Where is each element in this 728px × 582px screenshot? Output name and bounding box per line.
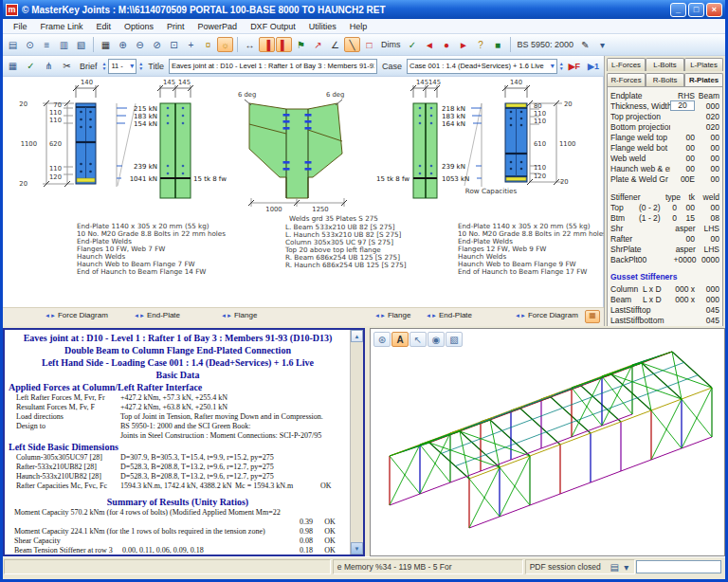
menu-utilities[interactable]: Utilities xyxy=(302,21,343,32)
brief-label[interactable]: Brief xyxy=(77,62,100,71)
check-icon[interactable]: ✓ xyxy=(23,59,39,74)
zoom-out-icon[interactable]: ⊖ xyxy=(132,37,148,52)
nav-prev-icon[interactable]: ◄ xyxy=(422,37,438,52)
annotate-icon[interactable]: A xyxy=(391,332,409,347)
right-end-plate-drawing xyxy=(502,85,562,185)
tab-r-forces[interactable]: R-Forces xyxy=(607,73,646,86)
design-code-label[interactable]: BS 5950: 2000 xyxy=(515,40,577,49)
svg-text:1250: 1250 xyxy=(312,206,328,213)
save-icon[interactable]: ▦ xyxy=(98,37,114,52)
joint-drawing-canvas[interactable]: 140 20 1100 20 70 110 110 620 110 120 xyxy=(3,77,604,307)
select-icon[interactable]: ╲ xyxy=(344,37,360,52)
pointer-icon[interactable]: ↖ xyxy=(410,332,427,347)
cut-icon[interactable]: ✂ xyxy=(59,59,75,74)
zoom-window-icon[interactable]: ⊡ xyxy=(166,37,182,52)
view-icon[interactable]: ◉ xyxy=(428,332,445,347)
summary-row: Flange Welds0.290.29OK xyxy=(9,555,347,556)
box-icon[interactable]: □ xyxy=(361,37,377,52)
next-fail-button[interactable]: ▶F xyxy=(566,62,583,71)
ok-box-icon[interactable]: ■ xyxy=(490,37,506,52)
tree-icon[interactable]: ⋔ xyxy=(41,59,57,74)
right-row-forces: 145 145 218 kN 183 kN 164 kN 239 kN 1053… xyxy=(376,79,517,195)
scroll-down-icon[interactable]: ▼ xyxy=(351,542,363,555)
brightness-icon[interactable]: ☼ xyxy=(217,37,233,52)
report-row: Rafter Capacities Mc, Fvc, Fc1594.3 kN.m… xyxy=(9,482,347,491)
status-input[interactable] xyxy=(636,560,721,573)
brief-spinner[interactable]: ▲▼ xyxy=(102,62,107,71)
tab-l-forces[interactable]: L-Forces xyxy=(607,58,646,71)
menu-dxf-output[interactable]: DXF Output xyxy=(244,21,302,32)
tab-r-plates[interactable]: R-Plates xyxy=(684,73,723,86)
next-case-button[interactable]: ▶1 xyxy=(585,62,602,71)
case-spinner[interactable]: ▲▼ xyxy=(559,62,564,71)
menu-help[interactable]: Help xyxy=(343,21,374,32)
report-icon[interactable]: ▧ xyxy=(73,37,89,52)
pencil-icon[interactable]: ✎ xyxy=(577,37,593,52)
load-case-select[interactable]: Case 001 : 1.4 (Dead+Services) + 1.6 Liv… xyxy=(407,59,557,74)
menu-options[interactable]: Options xyxy=(118,21,160,32)
flag-icon[interactable]: ⚑ xyxy=(293,37,309,52)
calculation-report-panel[interactable]: Eaves joint at : D10 - Level 1 : Rafter … xyxy=(3,328,365,556)
record-dot-icon[interactable]: ● xyxy=(439,37,455,52)
print-icon[interactable]: ▤ xyxy=(5,37,21,52)
tab-force-diagram-left[interactable]: ◄►Force Diagram xyxy=(45,311,108,319)
tab-r-bolts[interactable]: R-Bolts xyxy=(646,73,684,86)
layout-grid-icon[interactable]: ▦ xyxy=(585,310,600,323)
tab-end-plate-left[interactable]: ◄►End-Plate xyxy=(134,311,180,319)
tab-force-diagram-right[interactable]: ◄►Force Diagram xyxy=(515,311,578,319)
svg-text:110: 110 xyxy=(534,118,546,125)
pencil-dropdown-icon[interactable]: ▾ xyxy=(594,37,610,52)
svg-text:80: 80 xyxy=(534,102,542,110)
swap-sides-icon[interactable]: ↔ xyxy=(242,37,258,52)
menu-powerpad[interactable]: PowerPad xyxy=(191,21,245,32)
arrow-icon[interactable]: ↗ xyxy=(310,37,326,52)
tab-end-plate-right[interactable]: ◄►End-Plate xyxy=(426,311,472,319)
maximize-button[interactable]: □ xyxy=(688,3,704,17)
row-thickness-width: Thickness, Width 20 000 xyxy=(610,100,719,111)
tab-flange-left[interactable]: ◄►Flange xyxy=(221,311,257,319)
joint-title-input[interactable] xyxy=(169,59,377,74)
menu-edit[interactable]: Edit xyxy=(90,21,118,32)
print-preview-icon[interactable]: ⊙ xyxy=(22,37,38,52)
menu-file[interactable]: File xyxy=(7,21,34,32)
row-stiffener-top: Top(0 - 2) 0 00 00 xyxy=(610,202,719,212)
copy-icon[interactable]: ≡ xyxy=(39,37,55,52)
text-size-select[interactable]: 11 -▾ xyxy=(108,59,136,74)
portal-frame-3d-view[interactable] xyxy=(371,350,724,557)
tab-l-bolts[interactable]: L-Bolts xyxy=(646,58,684,71)
menu-print[interactable]: Print xyxy=(160,21,191,32)
lock-icon[interactable]: ¤ xyxy=(200,37,216,52)
nav-next-icon[interactable]: ► xyxy=(456,37,472,52)
pan-icon[interactable]: + xyxy=(183,37,199,52)
title-bar[interactable]: m © MasterKey Joints : M:\\6114070509 PO… xyxy=(3,0,725,19)
left-plate-icon[interactable]: ▐ xyxy=(259,37,275,52)
table-icon[interactable]: ▦ xyxy=(5,59,21,74)
export-icon[interactable]: ▥ xyxy=(56,37,72,52)
size-spinner[interactable]: ▲▼ xyxy=(138,62,143,71)
report-scrollbar[interactable]: ▲ ▼ xyxy=(350,330,363,555)
right-plate-icon[interactable]: ▌ xyxy=(276,37,292,52)
row-bottom-projection: Bottom projection 020 xyxy=(610,121,719,132)
scroll-up-icon[interactable]: ▲ xyxy=(351,330,363,342)
svg-text:Row Capacities: Row Capacities xyxy=(465,187,518,195)
svg-text:20: 20 xyxy=(564,100,573,108)
model-3d-panel[interactable]: ⊛ A ↖ ◉ ▧ xyxy=(370,328,725,556)
printer-icon[interactable]: ▤ xyxy=(607,559,623,574)
help-icon[interactable]: ? xyxy=(473,37,489,52)
printer-dropdown-icon[interactable]: ▾ xyxy=(623,559,630,574)
angle-icon[interactable]: ∠ xyxy=(327,37,343,52)
cube-icon[interactable]: ▧ xyxy=(446,332,463,347)
minimize-button[interactable]: _ xyxy=(670,3,686,17)
menu-frame-link[interactable]: Frame Link xyxy=(34,21,90,32)
close-button[interactable]: × xyxy=(706,3,722,17)
zoom-previous-icon[interactable]: ⊘ xyxy=(149,37,165,52)
tab-flange-right[interactable]: ◄►Flange xyxy=(374,311,410,319)
zoom-in-icon[interactable]: ⊕ xyxy=(115,37,131,52)
report-row: Haunch-533x210UB82 [28]D=528.3, B=208.8,… xyxy=(9,472,347,482)
row-stiffener-rafter: Rafter 00 00 xyxy=(610,233,719,244)
gear-icon[interactable]: ⊛ xyxy=(373,332,391,347)
thickness-input[interactable]: 20 xyxy=(670,100,695,111)
right-notes-block: End-Plate 1140 x 305 x 20 mm (55 kg) 10 … xyxy=(458,222,604,276)
dims-check-icon[interactable]: ✓ xyxy=(405,37,421,52)
tab-l-plates[interactable]: L-Plates xyxy=(684,58,723,71)
